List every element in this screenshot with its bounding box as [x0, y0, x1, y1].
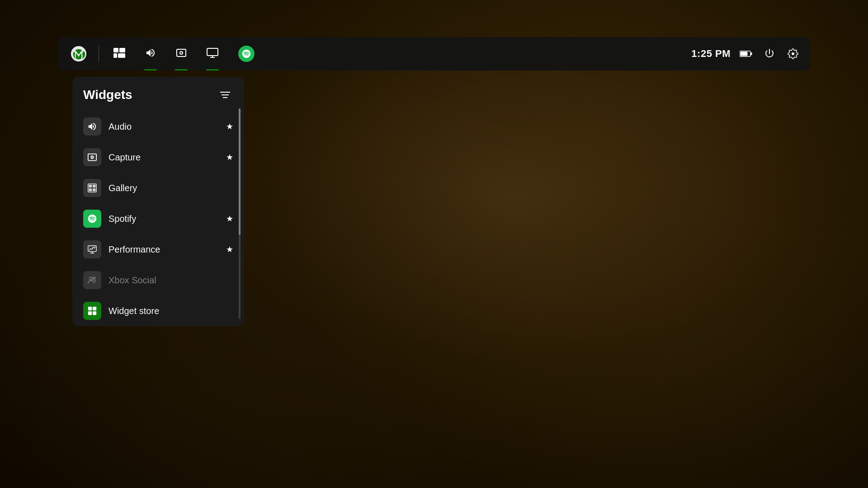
nav-item-audio[interactable] [135, 37, 166, 70]
widget-performance-star[interactable]: ★ [226, 244, 233, 254]
widgets-panel: Widgets Audio ★ [72, 77, 244, 326]
svg-rect-1 [113, 48, 118, 52]
widget-performance-label: Performance [108, 244, 219, 255]
svg-point-7 [180, 52, 182, 54]
svg-rect-22 [93, 188, 95, 191]
widget-performance-icon [83, 240, 101, 258]
widget-xbox-social-label: Xbox Social [108, 275, 233, 286]
svg-rect-19 [89, 185, 92, 188]
widget-audio-label: Audio [108, 122, 219, 132]
svg-rect-11 [741, 52, 748, 56]
spotify-nav-icon [238, 46, 255, 62]
svg-rect-20 [93, 185, 95, 188]
topbar-nav [104, 37, 691, 70]
widget-item-capture[interactable]: Capture ★ [72, 142, 244, 173]
widget-capture-icon [83, 148, 101, 166]
widget-xbox-social-icon [83, 271, 101, 289]
battery-icon [738, 46, 754, 62]
display-icon [207, 48, 218, 60]
svg-rect-27 [93, 307, 96, 310]
power-icon[interactable] [761, 46, 778, 62]
widget-spotify-star[interactable]: ★ [226, 214, 233, 224]
topbar-right: 1:25 PM [691, 46, 801, 62]
widget-audio-icon [83, 117, 101, 136]
topbar-time: 1:25 PM [691, 48, 731, 60]
nav-underline-audio [144, 69, 157, 70]
widgets-title: Widgets [83, 88, 132, 102]
svg-rect-28 [88, 311, 92, 315]
nav-item-multiwindow[interactable] [104, 37, 135, 70]
svg-rect-2 [119, 48, 125, 52]
topbar: 1:25 PM [58, 37, 810, 70]
widget-item-store[interactable]: Widget store [72, 296, 244, 326]
widget-gallery-icon [83, 179, 101, 197]
capture-icon [176, 47, 187, 60]
widget-store-icon [83, 302, 101, 320]
widgets-list: Audio ★ Capture ★ [72, 111, 244, 326]
nav-item-capture[interactable] [166, 37, 197, 70]
nav-item-spotify[interactable] [228, 37, 264, 70]
widget-item-audio[interactable]: Audio ★ [72, 111, 244, 142]
topbar-divider [99, 45, 99, 62]
widget-spotify-label: Spotify [108, 214, 219, 224]
settings-icon[interactable] [785, 46, 801, 62]
widget-item-gallery[interactable]: Gallery [72, 173, 244, 203]
widget-spotify-icon [83, 210, 101, 228]
nav-underline-display [206, 69, 219, 70]
svg-point-17 [91, 156, 93, 158]
widget-capture-star[interactable]: ★ [226, 152, 233, 162]
svg-rect-21 [89, 188, 92, 191]
scroll-indicator [239, 108, 241, 319]
nav-underline-capture [175, 69, 188, 70]
widgets-header: Widgets [72, 77, 244, 111]
scroll-thumb [239, 108, 241, 235]
widgets-filter-button[interactable] [217, 87, 233, 103]
svg-point-24 [90, 277, 92, 280]
xbox-button[interactable] [67, 42, 90, 66]
audio-icon [145, 47, 156, 60]
widget-gallery-label: Gallery [108, 183, 233, 193]
widget-capture-label: Capture [108, 152, 219, 163]
svg-rect-10 [751, 52, 752, 55]
widget-store-label: Widget store [108, 306, 233, 316]
widget-item-spotify[interactable]: Spotify ★ [72, 203, 244, 234]
widget-item-performance[interactable]: Performance ★ [72, 234, 244, 265]
svg-rect-26 [88, 307, 92, 310]
nav-item-display[interactable] [197, 37, 228, 70]
svg-rect-29 [93, 311, 96, 315]
svg-rect-3 [113, 53, 117, 58]
svg-point-25 [93, 277, 95, 279]
multiwindow-icon [113, 48, 125, 60]
widget-item-xbox-social[interactable]: Xbox Social [72, 265, 244, 296]
widget-audio-star[interactable]: ★ [226, 122, 233, 131]
svg-rect-4 [118, 53, 125, 58]
svg-rect-8 [207, 48, 218, 56]
